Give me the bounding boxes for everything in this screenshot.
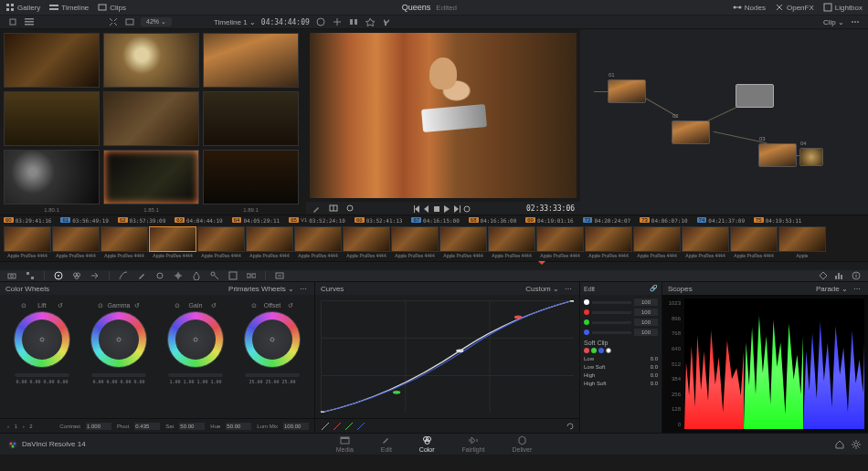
intensity-slider[interactable]: [592, 301, 631, 304]
wheel-slider[interactable]: [15, 373, 69, 377]
nav-fairlight[interactable]: Fairlight: [462, 435, 485, 453]
clip-header[interactable]: 6103:56:49:19: [60, 215, 108, 225]
play-icon[interactable]: [442, 204, 450, 213]
wheel-control[interactable]: [14, 311, 70, 368]
node-editor[interactable]: 01 02 03 04: [580, 29, 868, 215]
mini-timeline[interactable]: [0, 261, 868, 270]
playhead-icon[interactable]: [538, 261, 545, 268]
intensity-slider[interactable]: [592, 321, 631, 324]
timeline-clip[interactable]: Apple ProRes 4444: [149, 226, 196, 259]
wipe-style-icon[interactable]: [344, 203, 355, 214]
softclip-g-icon[interactable]: [591, 348, 597, 353]
wheels-opts-icon[interactable]: ⋯: [298, 283, 309, 294]
qualifier-icon[interactable]: [381, 16, 392, 27]
highlight-icon[interactable]: [365, 16, 376, 27]
viewer-timecode[interactable]: 02:33:33:06: [526, 204, 575, 213]
lightbox-toggle[interactable]: Lightbox: [823, 3, 863, 12]
intensity-input[interactable]: [634, 298, 658, 306]
wheel-values[interactable]: 0.00 0.00 0.00 0.00: [14, 379, 70, 384]
lowsoft-value[interactable]: 0.0: [651, 364, 658, 370]
hue-input[interactable]: [226, 423, 251, 430]
loop-icon[interactable]: [462, 204, 471, 213]
node-1[interactable]: 01: [608, 79, 646, 103]
nav-edit[interactable]: Edit: [381, 435, 392, 453]
timeline-clip[interactable]: Apple ProRes 4444: [343, 226, 390, 259]
clip-header[interactable]: 6804:16:36:00: [469, 215, 516, 225]
home-icon[interactable]: [835, 440, 844, 449]
wheel-values[interactable]: 1.00 1.00 1.00 1.00: [167, 379, 224, 384]
curve-editor[interactable]: [321, 300, 574, 413]
still-thumb[interactable]: 1.78.1: [203, 91, 299, 146]
nav-deliver[interactable]: Deliver: [512, 435, 532, 453]
prev-clip-icon[interactable]: [412, 204, 420, 213]
wheel-slider[interactable]: [91, 373, 146, 377]
wheel-control[interactable]: [244, 311, 301, 368]
still-thumb[interactable]: 1.49.1: [4, 33, 100, 88]
scopes-mode[interactable]: Parade ⌄: [816, 285, 848, 293]
node-mode-selector[interactable]: Clip ⌄: [823, 18, 844, 26]
node-opts-icon[interactable]: [850, 16, 861, 27]
viewer-image[interactable]: [310, 33, 577, 198]
clip-header[interactable]: 6404:05:29:11: [232, 215, 280, 225]
intensity-input[interactable]: [634, 329, 658, 336]
node-2[interactable]: 02: [672, 120, 710, 144]
side-link-icon[interactable]: 🔗: [650, 285, 658, 291]
curves-opts-icon[interactable]: ⋯: [563, 283, 574, 294]
softclip-b-icon[interactable]: [598, 348, 604, 353]
color-match-icon[interactable]: [26, 271, 35, 280]
wheel-reset2-icon[interactable]: ↺: [211, 302, 217, 309]
wheel-values[interactable]: 25.00 25.00 25.00: [244, 379, 301, 384]
node-selected[interactable]: [736, 84, 774, 108]
sizing-icon[interactable]: [228, 271, 238, 280]
intensity-slider[interactable]: [592, 331, 631, 334]
scopes-icon[interactable]: [835, 271, 844, 280]
curve-b-icon[interactable]: [356, 422, 365, 430]
clip-header[interactable]: 6904:19:01:16: [525, 215, 573, 225]
master-timecode[interactable]: 04:34:44:09: [261, 18, 310, 26]
nav-media[interactable]: Media: [336, 435, 354, 453]
pivot-input[interactable]: [134, 423, 160, 430]
channel-dot-icon[interactable]: [584, 299, 589, 305]
contrast-input[interactable]: [86, 423, 111, 430]
timeline-clip[interactable]: Apple ProRes 4444: [536, 226, 584, 259]
clip-header[interactable]: 7404:21:37:09: [697, 215, 745, 225]
gallery-list-icon[interactable]: [24, 16, 35, 27]
timeline-clip[interactable]: Apple ProRes 4444: [246, 226, 293, 259]
curve-reset-icon[interactable]: [566, 422, 574, 430]
wheel-slider[interactable]: [245, 373, 300, 377]
softclip-r-icon[interactable]: [584, 348, 589, 353]
nodes-toggle[interactable]: Nodes: [733, 3, 766, 12]
intensity-input[interactable]: [634, 309, 658, 316]
still-thumb[interactable]: 1.85.1: [103, 150, 199, 204]
curve-g-icon[interactable]: [344, 422, 353, 430]
key-icon[interactable]: [210, 271, 219, 280]
wheel-reset-icon[interactable]: ⊙: [21, 302, 26, 309]
parade-scope[interactable]: [684, 298, 864, 429]
tracker-icon[interactable]: [174, 271, 183, 280]
channel-dot-icon[interactable]: [584, 319, 589, 325]
wheel-values[interactable]: 0.00 0.00 0.00 0.00: [90, 379, 147, 384]
stop-icon[interactable]: [432, 204, 440, 213]
timeline-clip[interactable]: Apple ProRes 4444: [585, 226, 632, 259]
curves-icon[interactable]: [119, 271, 128, 280]
intensity-input[interactable]: [634, 319, 658, 326]
clip-header[interactable]: 6203:57:39:09: [118, 215, 165, 225]
still-thumb[interactable]: 1.89.1: [203, 150, 299, 204]
wheel-reset2-icon[interactable]: ↺: [288, 302, 293, 309]
wheel-reset-icon[interactable]: ⊙: [251, 302, 257, 309]
viewer-expand-icon[interactable]: [108, 16, 119, 27]
wipe-icon[interactable]: [328, 203, 339, 214]
nav-color[interactable]: Color: [419, 435, 435, 453]
clip-header[interactable]: 65V103:52:24:10: [289, 215, 345, 225]
sat-input[interactable]: [179, 423, 205, 430]
softclip-a-icon[interactable]: [606, 348, 611, 353]
timeline-clip[interactable]: Apple ProRes 4444: [488, 226, 535, 259]
node-4[interactable]: 04: [799, 148, 823, 166]
node-3[interactable]: 03: [758, 143, 797, 167]
viewer-mode-icon[interactable]: [124, 16, 135, 27]
curve-r-icon[interactable]: [333, 422, 341, 430]
highsoft-value[interactable]: 0.0: [651, 381, 658, 386]
clips-toggle[interactable]: Clips: [98, 3, 126, 12]
openfx-toggle[interactable]: OpenFX: [775, 3, 814, 12]
next-clip-icon[interactable]: [452, 204, 460, 213]
